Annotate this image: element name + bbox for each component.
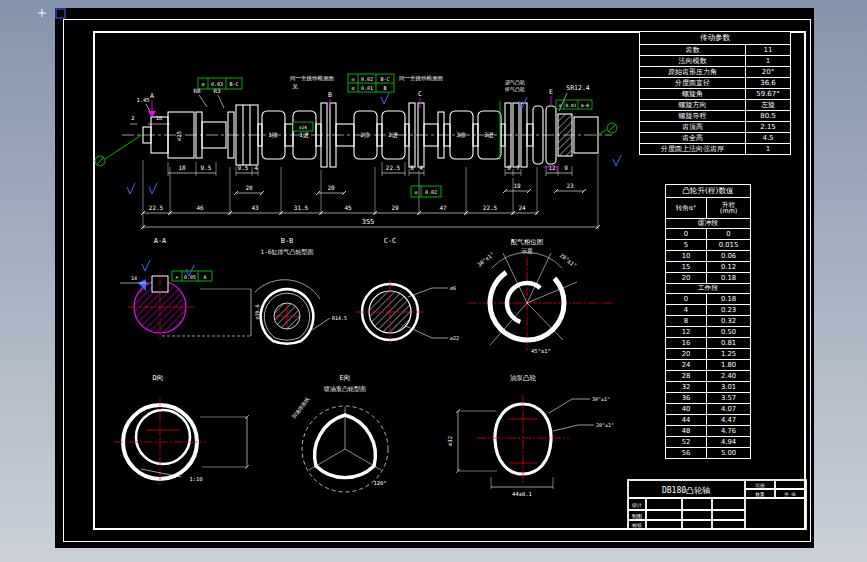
drawing-title: DB180凸轮轴 (662, 486, 710, 495)
dimension-lines (130, 124, 600, 229)
phase-diagram: 配气相位图 示意 30°±1° 20°±1° 45°±1° (468, 238, 614, 354)
section-cc: C-C ∅6 ∅22 (356, 237, 459, 344)
svg-text:同一全跳动检测面: 同一全跳动检测面 (399, 75, 444, 82)
svg-text:20: 20 (327, 184, 335, 191)
svg-text:C: C (418, 90, 422, 98)
svg-text:43: 43 (251, 204, 259, 211)
svg-text:C-C: C-C (384, 237, 397, 245)
table-row: 螺旋角59.67° (640, 89, 791, 100)
svg-text:7: 7 (516, 164, 520, 171)
svg-text:数量: 数量 (756, 492, 766, 497)
runout-symbols (95, 101, 617, 166)
svg-text:2: 2 (131, 115, 134, 121)
section-bb: B-B 1-6缸排气凸轮型面 R14.5 (255, 237, 347, 344)
svg-text:2排: 2排 (360, 131, 370, 138)
lift-column-header: 升程(mm) (707, 198, 751, 219)
svg-text:比例: 比例 (756, 483, 766, 489)
table-row: 444.47 (666, 415, 751, 426)
svg-text:45: 45 (344, 204, 352, 211)
svg-text:⌀: ⌀ (201, 81, 204, 87)
svg-text:20°±1°: 20°±1° (559, 252, 578, 269)
svg-text:1-6缸排气凸轮型面: 1-6缸排气凸轮型面 (261, 248, 314, 256)
svg-text:R8: R8 (193, 87, 201, 94)
svg-text:12: 12 (548, 164, 556, 171)
table-row: 螺旋导程80.5 (640, 111, 791, 122)
svg-text:B: B (328, 91, 332, 99)
svg-text:A: A (203, 274, 206, 280)
svg-text:0.02: 0.02 (425, 189, 437, 195)
svg-text:◎: ◎ (351, 76, 354, 82)
angle-column-header: 转角α° (666, 198, 707, 219)
table-row: 00.18 (666, 294, 751, 305)
svg-text:∅32: ∅32 (447, 436, 453, 446)
svg-text:1:10: 1:10 (189, 476, 202, 482)
table-row: 160.81 (666, 338, 751, 349)
svg-text:配气相位图: 配气相位图 (511, 238, 544, 246)
svg-text:22.5: 22.5 (149, 204, 164, 211)
datum-labels: A B C E (148, 88, 557, 173)
svg-text:∅6: ∅6 (450, 285, 456, 291)
gdt-frame-2: ◎ 0.02 B-C ⌀ 0.01 B (348, 74, 394, 92)
table-row: 200.18 (666, 273, 751, 284)
svg-text:SR12.4: SR12.4 (566, 84, 590, 92)
svg-text:3进: 3进 (484, 131, 494, 139)
svg-text:加速段曲线: 加速段曲线 (290, 396, 311, 420)
table-row: 201.25 (666, 349, 751, 360)
table-row: 50.015 (666, 240, 751, 251)
svg-text:23: 23 (566, 182, 574, 189)
view-d: D向 1:10 (114, 374, 249, 487)
svg-text:R14.5: R14.5 (332, 315, 347, 321)
svg-text:45°±1°: 45°±1° (531, 348, 551, 354)
svg-text:30°±1°: 30°±1° (592, 396, 610, 402)
svg-text:A-A: A-A (154, 237, 167, 245)
surface-notes: 同一全跳动检测面 见 同一全跳动检测面 进气凸轮 排气凸轮 (290, 75, 525, 93)
cam-lift-table: 凸轮升(程)数值 转角α° 升程(mm) 缓冲段 00 50.015 100.0… (665, 184, 751, 459)
svg-text:A: A (150, 92, 154, 100)
table-row: 齿全高4.5 (640, 133, 791, 144)
svg-text:19: 19 (513, 182, 521, 189)
table-row: 40.23 (666, 305, 751, 316)
svg-text:14: 14 (131, 275, 137, 281)
svg-text:9: 9 (507, 164, 511, 171)
table-row: 分度圆直径36.6 (640, 78, 791, 89)
svg-text:B: B (383, 85, 386, 91)
svg-text:29: 29 (391, 204, 399, 211)
svg-text:⌀: ⌀ (351, 85, 354, 91)
table-row: 原始齿形压力角20° (640, 67, 791, 78)
svg-text:20°±1°: 20°±1° (596, 422, 614, 428)
svg-text:∅25: ∅25 (176, 131, 182, 141)
table-row: 齿顶高2.15 (640, 122, 791, 133)
svg-text:18: 18 (156, 115, 163, 121)
svg-text:24: 24 (518, 204, 526, 211)
svg-text:E向: E向 (339, 374, 350, 382)
svg-text:18: 18 (178, 164, 186, 171)
svg-text:B-C: B-C (380, 76, 389, 82)
svg-text:22.5: 22.5 (386, 164, 401, 171)
svg-text:B-C: B-C (229, 81, 238, 87)
svg-text:油泵凸轮: 油泵凸轮 (510, 374, 537, 382)
svg-text:30°±1°: 30°±1° (476, 251, 495, 268)
svg-text:B-B: B-B (281, 237, 294, 245)
section-buffer: 缓冲段 (666, 219, 751, 229)
svg-text:31.5: 31.5 (294, 204, 309, 211)
table-row: 524.94 (666, 437, 751, 448)
svg-text:3排: 3排 (456, 131, 466, 138)
table-row: 363.57 (666, 393, 751, 404)
table-row: 齿数11 (640, 45, 791, 56)
viewport-marker-icon (38, 9, 65, 18)
table-row: 282.40 (666, 371, 751, 382)
table-row: 螺旋方向左旋 (640, 100, 791, 111)
svg-text:20: 20 (245, 184, 253, 191)
svg-text:∅24: ∅24 (299, 125, 307, 130)
svg-text:9: 9 (564, 164, 568, 171)
svg-text:1进: 1进 (299, 131, 309, 139)
svg-text:8: 8 (410, 164, 414, 171)
cam-size-tag: ∅24 (293, 122, 313, 131)
svg-text:见: 见 (292, 83, 298, 89)
view-e: E向 喷油泵凸轮型面 120° 加速段曲线 (290, 374, 388, 492)
section-work: 工作段 (666, 284, 751, 294)
svg-text:◎: ◎ (414, 189, 417, 195)
svg-text:同一全跳动检测面: 同一全跳动检测面 (290, 75, 335, 82)
table-row: 565.00 (666, 448, 751, 459)
table-row: 150.12 (666, 262, 751, 273)
